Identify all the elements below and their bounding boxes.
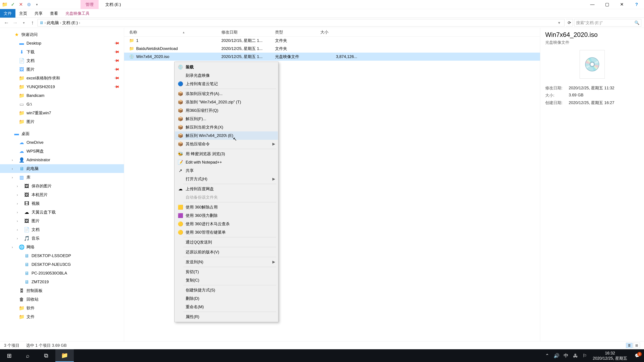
tree-item[interactable]: ›👤Administrator [0, 156, 124, 164]
tree-item[interactable]: 📁文件 [0, 312, 124, 321]
help-button[interactable]: ? [629, 0, 644, 9]
context-menu-item[interactable]: 📦解压到 Win7x64_2020\ (E) [175, 131, 278, 140]
tree-item[interactable]: ›🌐网络 [0, 243, 124, 251]
context-menu-item[interactable]: 📦其他压缩命令▶ [175, 140, 278, 148]
tree-item[interactable]: 🎛控制面板 [0, 286, 124, 295]
tree-item[interactable]: 📁图片 [0, 117, 124, 126]
tree-item[interactable]: ⬇下载📌 [0, 48, 124, 56]
tree-item[interactable]: 🖥DESKTOP-LSSOEDP [0, 251, 124, 260]
context-menu-item[interactable]: 📝Edit with Notepad++ [175, 158, 278, 166]
ribbon-context-manage[interactable]: 管理 [80, 0, 98, 9]
tray-overflow-icon[interactable]: ⌃ [542, 353, 552, 359]
view-icons-button[interactable]: ⊞ [633, 343, 640, 348]
context-menu-item[interactable]: 属性(R) [175, 313, 278, 321]
ribbon-tab-home[interactable]: 主页 [16, 9, 31, 17]
col-date[interactable]: 修改日期 [221, 29, 275, 35]
taskbar-clock[interactable]: 16:32 2020/12/25, 星期五 [590, 351, 630, 361]
context-menu-item[interactable]: 删除(D) [175, 294, 278, 303]
context-menu-item[interactable]: 通过QQ发送到 [175, 238, 278, 246]
tree-item[interactable]: 📁软件 [0, 304, 124, 312]
context-menu-item[interactable]: 📦用360压缩打开(Q) [175, 106, 278, 115]
ribbon-tab-share[interactable]: 共享 [31, 9, 46, 17]
tree-item[interactable]: ☁OneDrive [0, 138, 124, 147]
context-menu-item[interactable]: 🟪使用 360强力删除 [175, 211, 278, 220]
tree-item[interactable]: ›☁天翼云盘下载 [0, 208, 124, 217]
file-row[interactable]: 📁BaiduNetdiskDownload2020/12/25, 星期五 1..… [124, 44, 540, 53]
tree-item[interactable]: ›🖼图片 [0, 217, 124, 225]
tree-item[interactable]: 📁Bandicam [0, 91, 124, 100]
context-menu-item[interactable]: 🔵上传到有道云笔记 [175, 80, 278, 88]
col-size[interactable]: 大小 [320, 29, 364, 35]
context-menu-item[interactable]: 📦解压到当前文件夹(X) [175, 123, 278, 131]
crumb-this-pc[interactable]: 此电脑 [47, 20, 59, 25]
context-menu-item[interactable]: 💿装载 [175, 63, 278, 71]
tree-item[interactable]: ▬桌面 [0, 129, 124, 138]
search-input[interactable]: 搜索"文档 (E:)" 🔍 [574, 19, 641, 26]
tree-item[interactable]: ›📄文档 [0, 225, 124, 234]
context-menu-item[interactable]: 🟡使用 360进行木马云查杀 [175, 220, 278, 228]
nav-tree[interactable]: ★快速访问▬Desktop📌⬇下载📌📄文档📌🖼图片📌📁excel表格制作求和📌📁… [0, 28, 124, 341]
qat-check-icon[interactable]: ✓ [10, 1, 16, 8]
tree-item[interactable]: ›🖼本机照片 [0, 190, 124, 199]
view-details-button[interactable]: ≣ [626, 343, 632, 348]
breadcrumb-dropdown[interactable]: ▾ [556, 20, 563, 25]
file-row[interactable]: 📁12020/12/15, 星期二 1...文件夹 [124, 36, 540, 44]
refresh-button[interactable]: ⟳ [566, 19, 573, 26]
context-menu-item[interactable]: 📦解压到(F)... [175, 115, 278, 123]
tree-item[interactable]: ›🖥此电脑 [0, 164, 124, 173]
ribbon-tab-view[interactable]: 查看 [46, 9, 62, 17]
col-name[interactable]: 名称▴ [124, 29, 221, 35]
task-view-button[interactable]: ⧉ [37, 349, 55, 362]
start-button[interactable]: ⊞ [0, 349, 18, 362]
tree-item[interactable]: ›▥库 [0, 173, 124, 182]
context-menu-item[interactable]: 创建快捷方式(S) [175, 286, 278, 294]
qat-folder-icon[interactable]: 📁 [1, 1, 8, 8]
tree-item[interactable]: 📁YUNQISHI2019📌 [0, 82, 124, 91]
file-row[interactable]: 💿Win7x64_2020.iso2020/12/25, 星期五 1...光盘映… [124, 53, 540, 61]
action-center-button[interactable]: 💬 3 [630, 353, 644, 358]
context-menu-item[interactable]: 📦添加到 "Win7x64_2020.zip" (T) [175, 98, 278, 106]
tree-item[interactable]: 🗑回收站 [0, 295, 124, 304]
qat-dropdown-icon[interactable]: ▾ [34, 1, 40, 8]
tree-item[interactable]: ▬Desktop📌 [0, 39, 124, 48]
tree-item[interactable]: ›🎞视频 [0, 199, 124, 208]
tree-item[interactable]: ›🖼保存的图片 [0, 182, 124, 190]
tree-item[interactable]: 📁win7重装win7 [0, 109, 124, 117]
qat-properties-icon[interactable]: ⊜ [26, 1, 32, 8]
ime-icon[interactable]: 中 [561, 353, 571, 359]
context-menu-item[interactable]: 🟡使用 360管理右键菜单 [175, 228, 278, 237]
nav-history-dropdown[interactable]: ▾ [20, 19, 28, 26]
volume-icon[interactable]: 🔊 [552, 353, 561, 359]
security-icon[interactable]: ⚐ [580, 353, 590, 359]
context-menu-item[interactable]: 还原以前的版本(V) [175, 248, 278, 256]
context-menu-item[interactable]: 📦添加到压缩文件(A)... [175, 89, 278, 98]
crumb-current[interactable]: 文档 (E:) [62, 20, 78, 25]
context-menu-item[interactable]: 剪切(T) [175, 268, 278, 276]
address-breadcrumb[interactable]: 🖥 › 此电脑 › 文档 (E:) › ▾ [38, 19, 564, 26]
maximize-button[interactable]: ▢ [600, 0, 614, 9]
nav-up-button[interactable]: ↑ [29, 19, 36, 26]
tree-item[interactable]: 🖼图片📌 [0, 65, 124, 74]
tree-item[interactable]: 🖥DESKTOP-NJEU3CG [0, 260, 124, 269]
context-menu-item[interactable]: 刻录光盘映像 [175, 71, 278, 80]
minimize-button[interactable]: — [585, 0, 600, 9]
tree-item[interactable]: ›🎵音乐 [0, 234, 124, 243]
context-menu-item[interactable]: 发送到(N)▶ [175, 258, 278, 266]
tree-item[interactable]: ▭G:\ [0, 100, 124, 109]
context-menu-item[interactable]: ↗共享 [175, 166, 278, 175]
taskbar-explorer-button[interactable]: 📁 [55, 349, 74, 362]
close-button[interactable]: ✕ [614, 0, 629, 9]
tree-item[interactable]: ☁WPS网盘 [0, 147, 124, 156]
tree-item[interactable]: 📁excel表格制作求和📌 [0, 74, 124, 82]
tree-item[interactable]: ★快速访问 [0, 30, 124, 39]
taskbar-search-button[interactable]: ⌕ [18, 349, 37, 362]
network-icon[interactable]: 🖧 [571, 353, 580, 359]
tree-item[interactable]: 📄文档📌 [0, 56, 124, 65]
context-menu-item[interactable]: 🐝用 蜂蜜浏览器 浏览(3) [175, 150, 278, 158]
nav-back-button[interactable]: ← [3, 19, 10, 26]
context-menu-item[interactable]: 复制(C) [175, 276, 278, 284]
context-menu-item[interactable]: 打开方式(H)▶ [175, 175, 278, 183]
tree-item[interactable]: 🖥PC-20190530OBLA [0, 269, 124, 278]
qat-delete-icon[interactable]: ✕ [18, 1, 24, 8]
ribbon-tab-disc-tools[interactable]: 光盘映像工具 [62, 9, 93, 17]
